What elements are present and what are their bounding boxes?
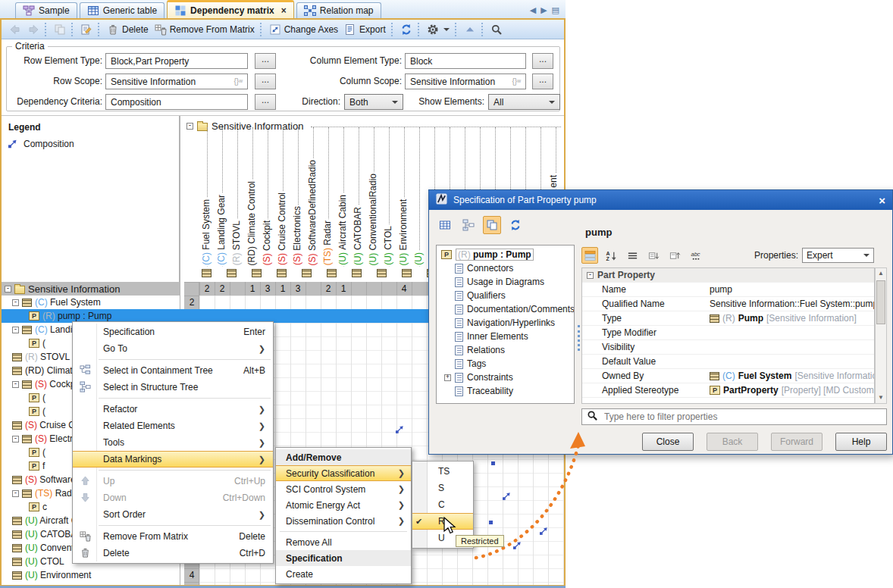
scroll-down-icon[interactable]: ▼ <box>876 393 886 403</box>
row-total-cell[interactable]: 4 <box>184 568 199 582</box>
dlg-table-button[interactable] <box>436 216 454 234</box>
column-total-cell[interactable]: 3 <box>260 282 275 296</box>
column-total-cell[interactable]: 4 <box>396 282 412 296</box>
property-row-default-value[interactable]: Default Value <box>582 355 874 369</box>
menu-item-down[interactable]: DownCtrl+Down <box>73 489 273 506</box>
composition-arrow-icon[interactable] <box>503 491 512 504</box>
structure-tree-button[interactable] <box>459 216 478 234</box>
collapse-box-icon[interactable]: - <box>12 327 19 333</box>
column-scope-field[interactable]: Sensitive Information{}ʷ <box>405 74 526 89</box>
dialog-close-icon[interactable]: × <box>879 194 885 207</box>
tab-sample[interactable]: Sample <box>15 2 77 18</box>
menu-item-delete[interactable]: DeleteCtrl+D <box>73 545 273 561</box>
dialog-title-bar[interactable]: Specification of Part Property pump × <box>429 190 892 210</box>
submenu-item-remove-all[interactable]: Remove All <box>276 534 411 550</box>
property-row-visibility[interactable]: Visibility <box>582 340 874 355</box>
property-row-applied-stereotype[interactable]: Applied StereotypePPartProperty [Propert… <box>582 383 874 398</box>
props-expand-button[interactable] <box>645 247 662 264</box>
export-button[interactable]: Export <box>341 22 389 37</box>
dialog-tree-root[interactable]: P(R) pump : Pump <box>437 248 574 261</box>
scroll-right-icon[interactable]: ▶ <box>540 5 547 15</box>
column-header-electronics[interactable]: (S) Electronics <box>291 205 304 267</box>
dependency-criteria-browse-button[interactable]: ... <box>255 94 276 110</box>
tab-dependency-matrix[interactable]: Dependency matrix× <box>167 0 294 18</box>
row-element-type-browse-button[interactable]: ... <box>255 53 276 69</box>
property-row-type-modifier[interactable]: Type Modifier <box>582 326 874 340</box>
props-cat-button[interactable] <box>581 247 598 264</box>
search-button[interactable] <box>487 22 506 37</box>
remove-from-matrix-button[interactable]: Remove From Matrix <box>152 22 258 37</box>
submenu-item-atomic-energy-act[interactable]: Atomic Energy Act❯ <box>276 497 411 513</box>
menu-item-specification[interactable]: SpecificationEnter <box>73 324 273 340</box>
help-button[interactable]: Help <box>835 433 887 451</box>
composition-arrow-icon[interactable] <box>396 424 406 437</box>
submenu-item-security-classification[interactable]: Security Classification❯ <box>276 465 411 481</box>
collapse-box-icon[interactable]: - <box>5 286 11 292</box>
composition-arrow-icon[interactable] <box>513 540 523 553</box>
matrix-root-header[interactable]: -Sensitive Information <box>186 120 303 132</box>
show-elements-dropdown[interactable]: All <box>488 94 560 110</box>
column-header-ctol[interactable]: (U) CTOL <box>382 224 395 267</box>
property-row-name[interactable]: Namepump <box>582 283 874 297</box>
column-header-conventionalradio[interactable]: (U) ConventionalRadio <box>367 172 380 267</box>
tree-row-environment[interactable]: (U) Environment <box>2 568 180 582</box>
classification-item-ts[interactable]: TS <box>412 463 473 480</box>
expand-box-icon[interactable]: + <box>444 374 451 381</box>
column-total-cell[interactable]: 3 <box>290 282 306 296</box>
row-scope-browse-button[interactable]: ... <box>255 74 276 89</box>
collapse-box-icon[interactable]: - <box>12 490 19 497</box>
menu-item-remove-from-matrix[interactable]: Remove From MatrixDelete <box>73 528 273 545</box>
column-header-environment[interactable]: (U) Environment <box>397 198 410 267</box>
menu-item-data-markings[interactable]: Data Markings❯ <box>73 451 273 468</box>
column-header-stovl[interactable]: (R) STOVL <box>230 219 243 267</box>
column-header-cruise-control[interactable]: (S) Cruise Control <box>276 191 289 267</box>
column-header-radar[interactable]: (TS) Radar <box>321 219 334 267</box>
dialog-tree-item-tags[interactable]: Tags <box>437 357 574 371</box>
column-header-catobar[interactable]: (U) CATOBAR <box>352 205 365 267</box>
property-row-owned-by[interactable]: Owned By(C) Fuel System [Sensitive Infor… <box>582 369 874 383</box>
classification-item-s[interactable]: S <box>412 480 473 496</box>
column-header-climate-control[interactable]: (RD) Climate Control <box>246 180 258 267</box>
delete-button[interactable]: Delete <box>104 22 152 37</box>
menu-item-select-in-containment-tree[interactable]: Select in Containment TreeAlt+B <box>73 362 273 379</box>
props-abc-button[interactable]: abc <box>688 247 704 264</box>
column-header-fuel-system[interactable]: (C) Fuel System <box>200 198 213 267</box>
dialog-tree-item-relations[interactable]: Relations <box>437 343 574 357</box>
column-total-cell[interactable]: 2 <box>321 282 336 296</box>
submenu-item-sci-control-system[interactable]: SCI Control System❯ <box>276 481 411 497</box>
column-total-cell[interactable]: 1 <box>245 282 260 296</box>
column-header-softwaredefinedradio[interactable]: (S) SoftwareDefinedRadio <box>306 158 319 267</box>
property-row-qualified-name[interactable]: Qualified NameSensitive Information::Fue… <box>582 297 874 311</box>
menu-item-select-in-structure-tree[interactable]: Select in Structure Tree <box>73 379 273 396</box>
dialog-tree-item-navigation-hyperlinks[interactable]: Navigation/Hyperlinks <box>437 316 574 330</box>
props-collapse2-button[interactable] <box>666 247 683 264</box>
dialog-tree-item-inner-elements[interactable]: Inner Elements <box>437 330 574 343</box>
scroll-up-icon[interactable]: ▲ <box>876 268 886 279</box>
column-element-type-field[interactable]: Block <box>405 53 526 69</box>
dialog-tree-item-traceability[interactable]: Traceability <box>437 384 574 398</box>
direction-dropdown[interactable]: Both <box>344 94 403 110</box>
report-button[interactable] <box>77 22 96 37</box>
row-total-cell[interactable]: 2 <box>184 296 199 309</box>
submenu-item-add-remove[interactable]: Add/Remove <box>276 449 411 465</box>
forward-button[interactable] <box>24 22 42 37</box>
props-lines-button[interactable] <box>624 247 641 264</box>
column-element-type-browse-button[interactable]: ... <box>532 53 553 69</box>
copy-structure-button[interactable] <box>51 22 69 37</box>
menu-item-related-elements[interactable]: Related Elements❯ <box>73 418 273 434</box>
dlg-copy-button[interactable] <box>483 216 501 234</box>
column-header-aircraft-cabin[interactable]: (U) Aircraft Cabin <box>337 193 349 267</box>
gear-button[interactable] <box>424 22 453 37</box>
row-element-type-field[interactable]: Block,Part Property <box>105 53 248 69</box>
menu-item-up[interactable]: UpCtrl+Up <box>73 473 273 489</box>
back-button[interactable] <box>6 22 24 37</box>
refresh-button[interactable] <box>397 22 415 37</box>
submenu-item-dissemination-control[interactable]: Dissemination Control❯ <box>276 513 411 529</box>
collapse-box-icon[interactable]: - <box>587 272 594 279</box>
dialog-tree-item-usage-in-diagrams[interactable]: Usage in Diagrams <box>437 275 574 289</box>
collapse-box-icon[interactable]: - <box>12 436 19 443</box>
row-scope-field[interactable]: Sensitive Information{}ʷ <box>105 74 248 89</box>
props-sort-button[interactable]: AZ <box>603 247 619 264</box>
column-total-cell[interactable]: 1 <box>336 282 351 296</box>
window-list-icon[interactable]: ▤ <box>552 5 559 15</box>
